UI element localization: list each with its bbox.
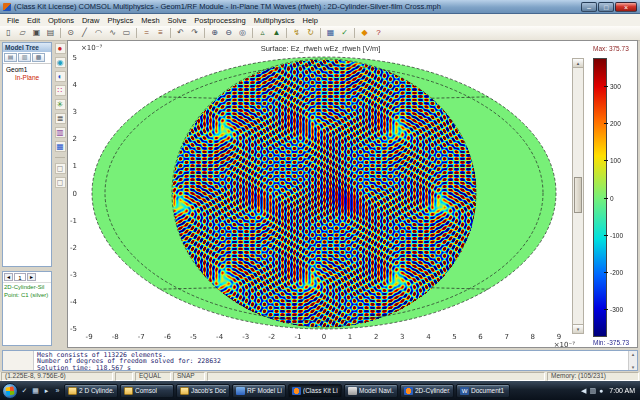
log-scrollbar[interactable]: ▴▾ — [628, 351, 637, 370]
colorbar-tickmark — [604, 235, 608, 236]
scroll-up-arrow[interactable]: ▴ — [573, 59, 583, 68]
solver-icon[interactable]: ≣ — [55, 113, 66, 124]
log-area: Mesh consists of 113226 elements.Number … — [2, 350, 638, 371]
launch-browser-icon[interactable]: ▸ — [42, 384, 51, 398]
toolbar-model-navigator-button[interactable]: ◆ — [358, 27, 371, 39]
menu-postprocessing[interactable]: Postprocessing — [190, 16, 249, 25]
menu-help[interactable]: Help — [298, 16, 321, 25]
comsol-application-window: (Class Kit License) COMSOL Multiphysics … — [0, 0, 640, 400]
menu-mesh[interactable]: Mesh — [137, 16, 163, 25]
taskbar-button-label: Jacob's Doc... — [191, 387, 226, 394]
toolbar-restart-button[interactable]: ↻ — [304, 27, 317, 39]
toolbar-print-button[interactable]: ▤ — [44, 27, 57, 39]
taskbar-button-jacob-s-doc[interactable]: Jacob's Doc... — [176, 384, 230, 398]
pager-prev-button[interactable]: ◂ — [4, 273, 13, 281]
cursor-coordinates: (1.225E-8, 9.756E-6) — [1, 372, 113, 381]
taskbar-button-class-kit-li[interactable]: (Class Kit Li... — [288, 384, 342, 398]
taskbar-button-2-d-cylinde[interactable]: 2 D Cylinde... — [64, 384, 118, 398]
toolbar-check-button[interactable]: ✓ — [338, 27, 351, 39]
menu-solve[interactable]: Solve — [164, 16, 191, 25]
scroll-down-arrow[interactable]: ▾ — [573, 324, 583, 333]
windows-taskbar: ✓▦▸»2 D Cylinde...ComsolJacob's Doc...RF… — [0, 381, 640, 400]
taskbar-button-model-navi[interactable]: Model Navi... — [344, 384, 398, 398]
toolbar-solve-button[interactable]: ↯ — [290, 27, 303, 39]
toolbar-draw-point-button[interactable]: ⊙ — [64, 27, 77, 39]
colorbar-tick-label: 200 — [610, 120, 621, 127]
plot-canvas[interactable] — [68, 41, 590, 347]
toolbar-help-button[interactable]: ? — [372, 27, 385, 39]
model-tree-tab-properties-view[interactable]: ▩ — [32, 53, 45, 62]
quick-launch-overflow[interactable]: » — [53, 384, 62, 398]
toolbar-draw-arc-button[interactable]: ◠ — [92, 27, 105, 39]
selection-item-2d-cylinder-sil[interactable]: 2D-Cylinder-Sil — [3, 283, 51, 291]
plot-vertical-scrollbar[interactable]: ▴ ▾ — [572, 58, 584, 334]
model-tree-panel: Model Tree ▤▥▩ Geom1In-Plane — [2, 42, 52, 267]
toolbar-zoom-out-button[interactable]: ⊖ — [222, 27, 235, 39]
tree-item-in-plane[interactable]: In-Plane — [4, 74, 50, 82]
toolbar-rotate-right-button[interactable]: ↷ — [188, 27, 201, 39]
colorbar-tick-label: 0 — [610, 194, 614, 201]
app-icon — [3, 3, 11, 11]
model-tree-tab-tree-view[interactable]: ▤ — [4, 53, 17, 62]
pager-next-button[interactable]: ▸ — [27, 273, 36, 281]
tree-item-geom1[interactable]: Geom1 — [4, 66, 50, 74]
boundary-settings-icon[interactable]: ◐ — [55, 71, 66, 82]
selection-pager: ◂ 1 ▸ — [3, 272, 51, 283]
menu-file[interactable]: File — [3, 16, 23, 25]
taskbar-button-label: 2 D Cylinde... — [79, 387, 114, 394]
taskbar-button-label: (Class Kit Li... — [303, 387, 338, 394]
close-button[interactable]: × — [615, 2, 637, 12]
taskbar-button-rf-model-li[interactable]: RF Model Li... — [232, 384, 286, 398]
toolbar-mesh-refine-button[interactable]: ▲ — [270, 27, 283, 39]
menu-multiphysics[interactable]: Multiphysics — [250, 16, 299, 25]
taskbar-button-2d-cylinder[interactable]: 2D-Cylinder... — [400, 384, 454, 398]
colorbar-tickmark — [604, 198, 608, 199]
toolbar-open-button[interactable]: ▱ — [16, 27, 29, 39]
toolbar-rotate-left-button[interactable]: ↶ — [174, 27, 187, 39]
toolbar-draw-curve-button[interactable]: ∿ — [106, 27, 119, 39]
zoom-mode-icon[interactable]: ◻ — [55, 163, 66, 174]
toolbar-zoom-extents-button[interactable]: ◎ — [236, 27, 249, 39]
toolbar-mesh-initialize-button[interactable]: ▵ — [256, 27, 269, 39]
point-settings-icon[interactable]: ∷ — [55, 85, 66, 96]
volume-icon[interactable]: ● — [599, 387, 603, 394]
taskbar-button-comsol[interactable]: Comsol — [120, 384, 174, 398]
menu-draw[interactable]: Draw — [78, 16, 104, 25]
menu-edit[interactable]: Edit — [23, 16, 44, 25]
plot-mode-icon[interactable]: ▦ — [55, 141, 66, 152]
window-controls: –□× — [581, 2, 637, 12]
postprocessing-icon[interactable]: ▥ — [55, 127, 66, 138]
toolbar-union-button[interactable]: ≡ — [154, 27, 167, 39]
toolbar-draw-rectangle-button[interactable]: ▭ — [120, 27, 133, 39]
taskbar-button-label: RF Model Li... — [247, 387, 282, 394]
toolbar-draw-line-button[interactable]: ╱ — [78, 27, 91, 39]
network-icon[interactable]: ▥ — [589, 387, 596, 395]
toolbar-equal-button[interactable]: = — [140, 27, 153, 39]
tray-expand-icon[interactable]: ◀ — [581, 387, 586, 395]
scroll-thumb[interactable] — [574, 177, 582, 213]
mode-icon-strip: ●◉◐∷✳≣▥▦◻◻ — [54, 42, 66, 347]
toolbar-zoom-in-button[interactable]: ⊕ — [208, 27, 221, 39]
toolbar-save-button[interactable]: ▣ — [30, 27, 43, 39]
subdomain-settings-icon[interactable]: ◉ — [55, 57, 66, 68]
help-mode-icon[interactable]: ◻ — [55, 177, 66, 188]
maximize-button[interactable]: □ — [598, 2, 614, 12]
minimize-button[interactable]: – — [581, 2, 597, 12]
menu-options[interactable]: Options — [44, 16, 78, 25]
show-desktop-icon[interactable]: ▦ — [31, 384, 40, 398]
model-tree-tabs: ▤▥▩ — [3, 52, 51, 64]
taskbar-button-document1[interactable]: WDocument1 ... — [456, 384, 510, 398]
taskbar-clock[interactable]: 7:00 AM — [606, 387, 638, 394]
colorbar-tickmark — [604, 309, 608, 310]
model-tree-tab-detail-view[interactable]: ▥ — [18, 53, 31, 62]
menu-physics[interactable]: Physics — [103, 16, 137, 25]
draw-mode-icon[interactable]: ● — [55, 43, 66, 54]
mesh-mode-icon[interactable]: ✳ — [55, 99, 66, 110]
start-button[interactable] — [2, 383, 18, 399]
switch-windows-icon[interactable]: ✓ — [20, 384, 29, 398]
selection-item-point-c1-silver[interactable]: Point: C1 (silver) — [3, 291, 51, 299]
toolbar-plot-parameters-button[interactable]: ▦ — [324, 27, 337, 39]
taskbar-button-label: Comsol — [135, 387, 157, 394]
toolbar-new-button[interactable]: ▯ — [2, 27, 15, 39]
colorbar-min-label: Min: -375.73 — [593, 339, 629, 346]
